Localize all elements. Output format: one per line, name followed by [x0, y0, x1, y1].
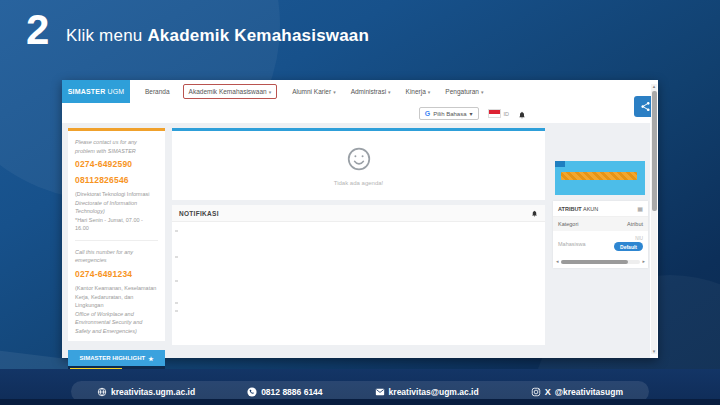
- account-attributes-panel: ATRIBUT AKUN ▦ Kategori Atribut Mahasisw…: [553, 201, 648, 268]
- notifications-widget: NOTIFIKASI: [172, 205, 545, 345]
- chevron-down-icon: ▾: [428, 89, 431, 95]
- language-label: Pilih Bahasa: [433, 111, 466, 117]
- nav-item-akademik-kemahasiswaan[interactable]: Akademik Kemahasiswaan▾: [183, 84, 278, 99]
- col-kategori: Kategori: [558, 221, 579, 227]
- attributes-panel-header: ATRIBUT AKUN ▦: [553, 201, 648, 217]
- contact-phone-2: 08112826546: [75, 174, 158, 187]
- emergency-dept-id: (Kantor Keamanan, Keselamatan Kerja, Ked…: [75, 284, 158, 310]
- contact-dept-id: (Direktorat Teknologi Informasi: [75, 190, 158, 199]
- indonesia-flag-icon: [488, 109, 501, 118]
- notifications-title: NOTIFIKASI: [179, 210, 219, 217]
- left-sidebar: Please contact us for any problem with S…: [68, 128, 165, 386]
- brand-light: UGM: [107, 88, 124, 95]
- emergency-intro: Call this number for any emergencies: [75, 248, 158, 265]
- highlight-title: SIMASTER HIGHLIGHT: [79, 355, 145, 361]
- app-screenshot: SIMASTERUGM Beranda Akademik Kemahasiswa…: [62, 80, 658, 358]
- progress-bar: [561, 172, 637, 180]
- attribute-row-mahasiswa[interactable]: Mahasiswa NIU Default: [553, 231, 648, 257]
- sidebar-divider: [75, 240, 158, 241]
- contact-phone-1: 0274-6492590: [75, 158, 158, 171]
- brand-bold: SIMASTER: [68, 88, 106, 95]
- agenda-widget: Tidak ada agenda!: [172, 128, 545, 200]
- bell-icon: [531, 210, 538, 217]
- brand-logo[interactable]: SIMASTERUGM: [62, 80, 130, 103]
- google-icon: G: [425, 110, 430, 117]
- bell-icon: [518, 111, 526, 119]
- h-scroll-thumb[interactable]: [561, 260, 629, 264]
- scroll-up-icon[interactable]: ▴: [651, 84, 657, 89]
- contact-intro: Please contact us for any problem with S…: [75, 138, 158, 155]
- agenda-empty-text: Tidak ada agenda!: [334, 180, 383, 186]
- grid-icon[interactable]: ▦: [637, 205, 643, 212]
- chevron-down-icon: ▾: [481, 89, 484, 95]
- horizontal-scrollbar[interactable]: ◂ ▸: [553, 257, 648, 268]
- slide-title-prefix: Klik menu: [66, 26, 147, 45]
- notifications-bell-button[interactable]: [518, 105, 526, 123]
- chevron-down-icon: ▾: [269, 89, 272, 95]
- nav-item-alumni-karier[interactable]: Alumni Karier▾: [292, 88, 336, 95]
- mail-icon: [375, 387, 385, 397]
- locale-indicator[interactable]: ID: [488, 109, 510, 118]
- attr-title-rest: AKUN: [582, 206, 599, 212]
- scroll-right-icon[interactable]: ▸: [642, 259, 645, 264]
- slide-title: Klik menu Akademik Kemahasiswaan: [66, 26, 369, 46]
- attributes-column-headers: Kategori Atribut: [553, 217, 648, 231]
- contact-dept-en: Directorate of Information Technology): [75, 199, 158, 216]
- instagram-icon: [531, 387, 541, 397]
- step-number: 2: [26, 6, 49, 54]
- nav-item-beranda[interactable]: Beranda: [145, 88, 170, 95]
- slide-canvas: 2 Klik menu Akademik Kemahasiswaan SIMAS…: [0, 0, 720, 405]
- toolbar-cluster: G Pilih Bahasa ▾ ID: [419, 106, 526, 121]
- app-navbar: SIMASTERUGM Beranda Akademik Kemahasiswa…: [62, 80, 658, 103]
- footer-website[interactable]: kreativitas.ugm.ac.id: [97, 387, 195, 397]
- globe-icon: [97, 387, 107, 397]
- vertical-scrollbar[interactable]: ▴ ▾: [651, 84, 657, 354]
- star-icon: ★: [148, 355, 153, 362]
- notifications-body: [172, 222, 545, 345]
- default-badge[interactable]: Default: [614, 242, 643, 251]
- account-summary-card: [555, 161, 645, 195]
- emergency-dept-en: Office of Workplace and Environmental Se…: [75, 310, 158, 336]
- chevron-down-icon: ▾: [333, 89, 336, 95]
- footer-email[interactable]: kreativitas@ugm.ac.id: [375, 387, 479, 397]
- emergency-phone: 0274-6491234: [75, 268, 158, 281]
- col-atribut: Atribut: [627, 221, 643, 227]
- main-column: Tidak ada agenda! NOTIFIKASI: [172, 128, 545, 345]
- v-scroll-thumb[interactable]: [652, 91, 657, 211]
- smiley-icon: [346, 146, 372, 176]
- scroll-down-icon[interactable]: ▾: [651, 349, 657, 354]
- phone-icon: [247, 387, 257, 397]
- slide-title-menu-name: Akademik Kemahasiswaan: [147, 26, 369, 45]
- x-icon: X: [545, 387, 551, 397]
- footer-bottom-strip: [0, 399, 720, 405]
- footer-phone[interactable]: 0812 8886 6144: [247, 387, 322, 397]
- contact-panel: Please contact us for any problem with S…: [68, 128, 165, 341]
- nav-item-pengaturan[interactable]: Pengaturan▾: [445, 88, 483, 95]
- attribute-category: Mahasiswa: [558, 241, 586, 247]
- share-icon: [640, 101, 651, 112]
- page-content: Please contact us for any problem with S…: [62, 123, 650, 358]
- notifications-header: NOTIFIKASI: [172, 205, 545, 222]
- attribute-niu-label: NIU: [635, 236, 643, 241]
- attr-title-bold: ATRIBUT: [558, 206, 582, 212]
- nav-item-kinerja[interactable]: Kinerja▾: [406, 88, 431, 95]
- simaster-highlight-header[interactable]: SIMASTER HIGHLIGHT ★: [68, 350, 165, 366]
- chevron-down-icon: ▾: [469, 110, 472, 117]
- contact-hours: *Hari Senin - Jumat, 07.00 - 16.00: [75, 216, 158, 233]
- locale-label: ID: [504, 111, 510, 117]
- nav-item-administrasi[interactable]: Administrasi▾: [351, 88, 391, 95]
- language-select[interactable]: G Pilih Bahasa ▾: [419, 107, 479, 120]
- chevron-down-icon: ▾: [388, 89, 391, 95]
- card-tab-decoration: [555, 161, 565, 167]
- scroll-left-icon[interactable]: ◂: [556, 259, 559, 264]
- footer-social[interactable]: X @kreativitasugm: [531, 387, 623, 397]
